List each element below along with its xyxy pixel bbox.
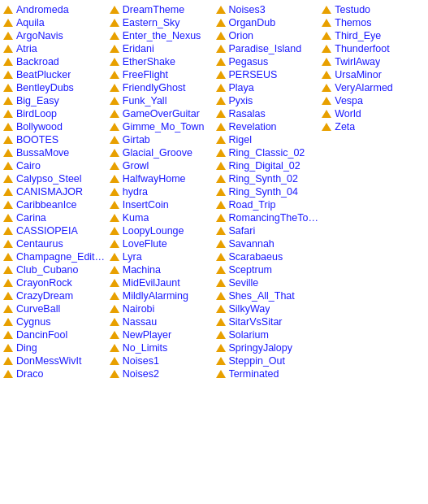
list-item[interactable]: BussaMove bbox=[2, 146, 108, 159]
list-item[interactable]: Ring_Synth_02 bbox=[214, 172, 321, 185]
list-item[interactable]: Zeta bbox=[320, 120, 426, 133]
list-item[interactable]: OrganDub bbox=[214, 16, 321, 29]
list-item[interactable]: Vespa bbox=[320, 94, 426, 107]
list-item[interactable]: Kuma bbox=[108, 211, 214, 224]
list-item[interactable]: LoopyLounge bbox=[108, 224, 214, 237]
list-item[interactable]: Pyxis bbox=[214, 94, 321, 107]
list-item[interactable]: DonMessWivIt bbox=[2, 354, 108, 367]
list-item[interactable]: FreeFlight bbox=[108, 68, 214, 81]
list-item[interactable]: BeatPlucker bbox=[2, 68, 108, 81]
list-item[interactable]: Growl bbox=[108, 159, 214, 172]
list-item[interactable]: World bbox=[320, 107, 426, 120]
list-item[interactable]: Atria bbox=[2, 42, 108, 55]
list-item[interactable]: Calypso_Steel bbox=[2, 172, 108, 185]
triangle-icon bbox=[3, 214, 13, 222]
list-item[interactable]: SitarVsSitar bbox=[214, 315, 321, 328]
list-item[interactable]: RomancingTheTone bbox=[214, 211, 321, 224]
list-item[interactable]: Aquila bbox=[2, 16, 108, 29]
list-item[interactable]: Centaurus bbox=[2, 237, 108, 250]
list-item[interactable]: Third_Eye bbox=[320, 29, 426, 42]
list-item[interactable]: Thunderfoot bbox=[320, 42, 426, 55]
item-label: Ring_Digital_02 bbox=[229, 160, 300, 172]
list-item[interactable]: Themos bbox=[320, 16, 426, 29]
list-item[interactable]: FriendlyGhost bbox=[108, 81, 214, 94]
list-item[interactable]: BentleyDubs bbox=[2, 81, 108, 94]
list-item[interactable]: Solarium bbox=[214, 328, 321, 341]
list-item[interactable]: Paradise_Island bbox=[214, 42, 321, 55]
list-item[interactable]: Road_Trip bbox=[214, 198, 321, 211]
list-item[interactable]: CANISMAJOR bbox=[2, 185, 108, 198]
list-item[interactable]: Scarabaeus bbox=[214, 250, 321, 263]
list-item[interactable]: Noises1 bbox=[108, 354, 214, 367]
list-item[interactable]: Cygnus bbox=[2, 315, 108, 328]
list-item[interactable]: Enter_the_Nexus bbox=[108, 29, 214, 42]
list-item[interactable]: Pegasus bbox=[214, 55, 321, 68]
list-item[interactable]: CASSIOPEIA bbox=[2, 224, 108, 237]
list-item[interactable]: Andromeda bbox=[2, 3, 108, 16]
list-item[interactable]: Eastern_Sky bbox=[108, 16, 214, 29]
list-item[interactable]: BOOTES bbox=[2, 133, 108, 146]
list-item[interactable]: InsertCoin bbox=[108, 198, 214, 211]
list-item[interactable]: Rigel bbox=[214, 133, 321, 146]
list-item[interactable]: SpringyJalopy bbox=[214, 341, 321, 354]
list-item[interactable]: UrsaMinor bbox=[320, 68, 426, 81]
list-item[interactable]: Big_Easy bbox=[2, 94, 108, 107]
list-item[interactable]: Cairo bbox=[2, 159, 108, 172]
list-item[interactable]: Safari bbox=[214, 224, 321, 237]
list-item[interactable]: Playa bbox=[214, 81, 321, 94]
list-item[interactable]: Orion bbox=[214, 29, 321, 42]
list-item[interactable]: Bollywood bbox=[2, 120, 108, 133]
list-item[interactable]: Backroad bbox=[2, 55, 108, 68]
list-item[interactable]: DancinFool bbox=[2, 328, 108, 341]
list-item[interactable]: Terminated bbox=[214, 367, 321, 380]
list-item[interactable]: Glacial_Groove bbox=[108, 146, 214, 159]
list-item[interactable]: SilkyWay bbox=[214, 302, 321, 315]
list-item[interactable]: hydra bbox=[108, 185, 214, 198]
list-item[interactable]: HalfwayHome bbox=[108, 172, 214, 185]
list-item[interactable]: Savannah bbox=[214, 237, 321, 250]
list-item[interactable]: Club_Cubano bbox=[2, 263, 108, 276]
list-item[interactable]: Ding bbox=[2, 341, 108, 354]
list-item[interactable]: Nassau bbox=[108, 315, 214, 328]
list-item[interactable]: Carina bbox=[2, 211, 108, 224]
list-item[interactable]: Girtab bbox=[108, 133, 214, 146]
list-item[interactable]: Testudo bbox=[320, 3, 426, 16]
list-item[interactable]: CurveBall bbox=[2, 302, 108, 315]
list-item[interactable]: BirdLoop bbox=[2, 107, 108, 120]
list-item[interactable]: Champagne_Edition bbox=[2, 250, 108, 263]
list-item[interactable]: Revelation bbox=[214, 120, 321, 133]
list-item[interactable]: TwirlAway bbox=[320, 55, 426, 68]
list-item[interactable]: Shes_All_That bbox=[214, 289, 321, 302]
list-item[interactable]: Nairobi bbox=[108, 302, 214, 315]
list-item[interactable]: PERSEUS bbox=[214, 68, 321, 81]
list-item[interactable]: Steppin_Out bbox=[214, 354, 321, 367]
list-item[interactable]: MidEvilJaunt bbox=[108, 276, 214, 289]
list-item[interactable]: Ring_Synth_04 bbox=[214, 185, 321, 198]
list-item[interactable]: VeryAlarmed bbox=[320, 81, 426, 94]
list-item[interactable]: CaribbeanIce bbox=[2, 198, 108, 211]
list-item[interactable]: Sceptrum bbox=[214, 263, 321, 276]
list-item[interactable]: Draco bbox=[2, 367, 108, 380]
list-item[interactable]: Eridani bbox=[108, 42, 214, 55]
list-item[interactable]: MildlyAlarming bbox=[108, 289, 214, 302]
list-item[interactable]: No_Limits bbox=[108, 341, 214, 354]
list-item[interactable]: Seville bbox=[214, 276, 321, 289]
list-item[interactable]: Lyra bbox=[108, 250, 214, 263]
list-item[interactable]: DreamTheme bbox=[108, 3, 214, 16]
list-item[interactable]: Funk_Yall bbox=[108, 94, 214, 107]
list-item[interactable]: CrazyDream bbox=[2, 289, 108, 302]
list-item[interactable]: Ring_Classic_02 bbox=[214, 146, 321, 159]
list-item[interactable]: EtherShake bbox=[108, 55, 214, 68]
list-item[interactable]: Ring_Digital_02 bbox=[214, 159, 321, 172]
list-item[interactable]: GameOverGuitar bbox=[108, 107, 214, 120]
list-item[interactable]: Noises2 bbox=[108, 367, 214, 380]
list-item[interactable]: LoveFlute bbox=[108, 237, 214, 250]
list-item[interactable]: Rasalas bbox=[214, 107, 321, 120]
item-label: PERSEUS bbox=[229, 69, 278, 80]
list-item[interactable]: ArgoNavis bbox=[2, 29, 108, 42]
list-item[interactable]: CrayonRock bbox=[2, 276, 108, 289]
list-item[interactable]: Machina bbox=[108, 263, 214, 276]
list-item[interactable]: Noises3 bbox=[214, 3, 321, 16]
list-item[interactable]: Gimme_Mo_Town bbox=[108, 120, 214, 133]
list-item[interactable]: NewPlayer bbox=[108, 328, 214, 341]
